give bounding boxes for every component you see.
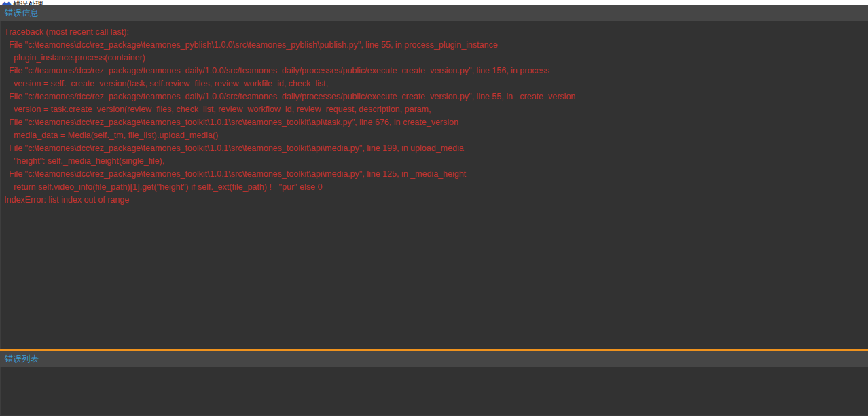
error-list-header: 错误列表 bbox=[0, 351, 868, 367]
window-titlebar: ◆◆ 错误处理 bbox=[0, 0, 868, 5]
traceback-line: File "c:\teamones\dcc\rez_package\teamon… bbox=[4, 168, 865, 181]
error-list-header-label: 错误列表 bbox=[5, 353, 39, 365]
traceback-line: return self.video_info(file_path)[1].get… bbox=[4, 181, 865, 194]
traceback-line: File "c:/teamones/dcc/rez_package/teamon… bbox=[4, 65, 865, 77]
traceback-line: File "c:\teamones\dcc\rez_package\teamon… bbox=[4, 39, 865, 52]
traceback-line: media_data = Media(self._tm, file_list).… bbox=[4, 129, 865, 142]
traceback-line: "height": self._media_height(single_file… bbox=[4, 155, 865, 168]
traceback-line: plugin_instance.process(container) bbox=[4, 52, 865, 65]
traceback-line: File "c:\teamones\dcc\rez_package\teamon… bbox=[4, 116, 865, 129]
error-list-pane[interactable] bbox=[0, 367, 868, 416]
traceback-line: Traceback (most recent call last): bbox=[4, 26, 865, 39]
error-handler-window: ◆◆ 错误处理 错误信息 Traceback (most recent call… bbox=[0, 0, 868, 416]
traceback-line: File "c:\teamones\dcc\rez_package\teamon… bbox=[4, 142, 865, 155]
traceback-line: version = self._create_version(task, sel… bbox=[4, 77, 865, 90]
traceback-line: version = task.create_version(review_fil… bbox=[4, 103, 865, 116]
traceback-line: IndexError: list index out of range bbox=[4, 194, 865, 207]
error-info-header-label: 错误信息 bbox=[5, 7, 39, 19]
window-title: 错误处理 bbox=[13, 0, 43, 5]
traceback-line: File "c:/teamones/dcc/rez_package/teamon… bbox=[4, 90, 865, 103]
app-icon: ◆◆ bbox=[2, 0, 10, 5]
traceback: Traceback (most recent call last): File … bbox=[4, 26, 865, 207]
error-info-pane[interactable]: Traceback (most recent call last): File … bbox=[0, 21, 868, 349]
error-info-header: 错误信息 bbox=[0, 5, 868, 21]
